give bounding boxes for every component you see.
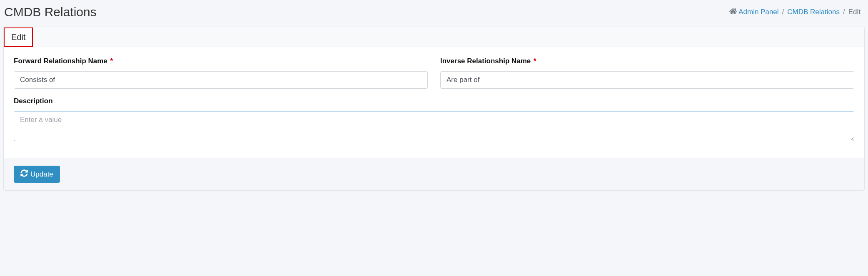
inverse-relationship-group: Inverse Relationship Name * (440, 57, 854, 89)
breadcrumb: Admin Panel / CMDB Relations / Edit (729, 8, 861, 17)
breadcrumb-current: Edit (848, 8, 861, 16)
refresh-icon (20, 169, 28, 179)
update-button[interactable]: Update (14, 166, 60, 183)
inverse-relationship-input[interactable] (440, 71, 854, 89)
tab-edit[interactable]: Edit (4, 27, 33, 47)
inverse-relationship-label: Inverse Relationship Name * (440, 57, 854, 65)
page-title: CMDB Relations (4, 5, 97, 19)
breadcrumb-admin-panel[interactable]: Admin Panel (738, 8, 778, 16)
update-button-label: Update (30, 170, 53, 179)
card-footer: Update (4, 158, 864, 190)
description-input[interactable] (14, 111, 854, 141)
description-group: Description (14, 97, 854, 141)
forward-relationship-input[interactable] (14, 71, 428, 89)
home-icon (729, 8, 737, 17)
card-header: Edit (4, 27, 864, 47)
breadcrumb-cmdb-relations[interactable]: CMDB Relations (787, 8, 840, 16)
forward-relationship-group: Forward Relationship Name * (14, 57, 428, 89)
description-label: Description (14, 97, 854, 105)
edit-card: Edit Forward Relationship Name * Inverse… (3, 27, 865, 191)
breadcrumb-separator: / (779, 8, 788, 16)
forward-relationship-label: Forward Relationship Name * (14, 57, 428, 65)
breadcrumb-separator: / (840, 8, 848, 16)
required-mark: * (534, 57, 536, 65)
required-mark: * (110, 57, 113, 65)
card-body: Forward Relationship Name * Inverse Rela… (4, 47, 864, 158)
